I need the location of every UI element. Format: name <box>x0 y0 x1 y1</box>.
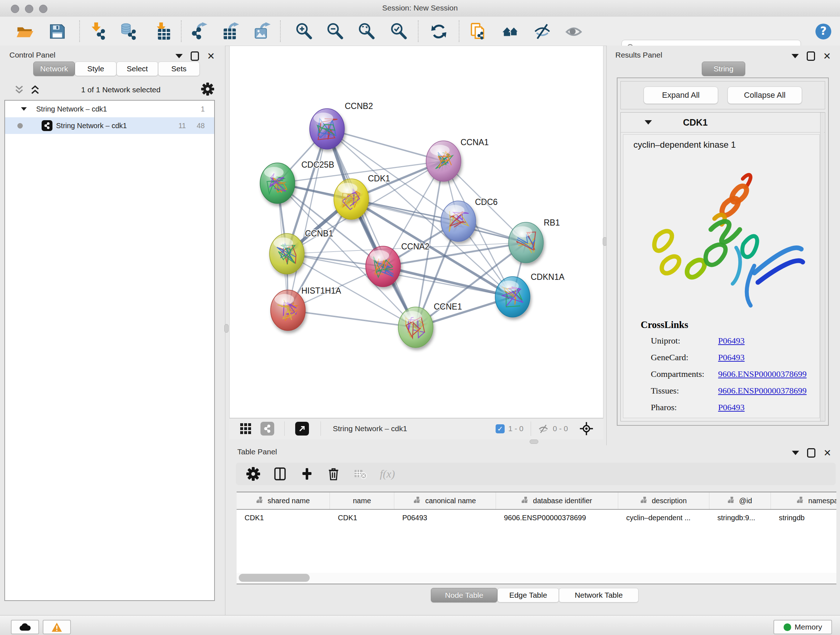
birdseye-view-icon[interactable] <box>579 421 593 436</box>
refresh-icon[interactable] <box>429 22 448 41</box>
cell[interactable]: stringdb:9... <box>709 510 771 526</box>
collection-expand-icon[interactable] <box>21 107 27 111</box>
node-CCNA2[interactable] <box>366 246 401 287</box>
bottom-splitter-handle[interactable] <box>530 440 538 444</box>
zoom-out-icon[interactable] <box>325 22 345 41</box>
delete-table-icon[interactable] <box>353 467 368 481</box>
node-CCNB2[interactable] <box>309 109 344 149</box>
warning-button[interactable] <box>43 620 71 634</box>
memory-button[interactable]: Memory <box>774 620 832 634</box>
collapse-all-chevron-icon[interactable] <box>14 84 25 96</box>
function-builder-icon[interactable]: f(x) <box>380 468 395 480</box>
node-CDK1[interactable] <box>334 179 369 219</box>
network-canvas[interactable]: CCNB2 CCNA1 CDC25B CDK1 CDC6 RB1 <box>229 46 603 418</box>
table-hscrollbar[interactable] <box>237 573 836 583</box>
zoom-selected-icon[interactable] <box>389 22 409 41</box>
show-columns-icon[interactable] <box>273 467 287 481</box>
tab-select[interactable]: Select <box>117 62 158 76</box>
table-options-gear-icon[interactable] <box>246 467 261 481</box>
open-session-icon[interactable] <box>15 22 34 41</box>
node-CDC25B[interactable] <box>260 163 295 203</box>
grid-view-icon[interactable] <box>240 421 252 436</box>
crosslink-link[interactable]: P06493 <box>718 353 745 363</box>
selected-checkbox-icon[interactable]: ✓ <box>496 424 505 433</box>
eye-icon[interactable] <box>564 22 584 41</box>
control-panel-collapse-icon[interactable] <box>175 54 183 58</box>
column-header-id[interactable]: @id <box>709 492 771 509</box>
node-CDC6[interactable] <box>441 201 476 241</box>
cell[interactable]: CDK1 <box>237 510 330 526</box>
section-collapse-icon[interactable] <box>645 120 652 125</box>
node-CCNE1[interactable] <box>398 307 433 348</box>
selected-nodes-indicator[interactable]: ✓ 1 - 0 <box>496 421 523 436</box>
crosslink-link[interactable]: 9606.ENSP00000378699 <box>718 386 807 396</box>
tab-sets[interactable]: Sets <box>158 62 200 76</box>
control-panel-close-icon[interactable]: ✕ <box>207 52 215 60</box>
import-network-file-icon[interactable] <box>88 22 108 41</box>
node-CDKN1A[interactable] <box>495 277 530 317</box>
column-header-databaseidentifier[interactable]: database identifier <box>496 492 618 509</box>
table-panel-float-icon[interactable] <box>807 448 815 458</box>
results-panel-close-icon[interactable]: ✕ <box>823 52 831 60</box>
cell[interactable]: cyclin–dependent ... <box>618 510 709 526</box>
column-header-sharedname[interactable]: shared name <box>237 492 330 509</box>
expand-all-button[interactable]: Expand All <box>644 87 718 104</box>
edge-CCNA2-CDKN1A[interactable] <box>383 266 513 297</box>
left-splitter-handle[interactable] <box>224 324 229 333</box>
tab-edge-table[interactable]: Edge Table <box>497 588 559 602</box>
houses-icon[interactable] <box>501 22 520 41</box>
export-image-icon[interactable] <box>252 22 272 41</box>
collapse-all-button[interactable]: Collapse All <box>728 87 802 104</box>
delete-column-trash-icon[interactable] <box>326 467 341 481</box>
column-header-name[interactable]: name <box>330 492 394 509</box>
column-header-namespace[interactable]: namespace <box>771 492 836 509</box>
export-table-icon[interactable] <box>221 22 240 41</box>
tab-network[interactable]: Network <box>33 62 75 76</box>
edge-CCNE1-HIST1H1A[interactable] <box>288 310 416 327</box>
cell[interactable]: P06493 <box>394 510 496 526</box>
column-header-description[interactable]: description <box>618 492 709 509</box>
zoom-in-icon[interactable] <box>294 22 314 41</box>
control-panel-float-icon[interactable] <box>191 51 199 61</box>
results-scrollbar[interactable] <box>820 112 824 421</box>
hidden-nodes-indicator[interactable]: 0 - 0 <box>538 421 568 436</box>
eye-slash-icon[interactable] <box>532 22 552 41</box>
zoom-fit-icon[interactable] <box>357 22 376 41</box>
cell[interactable]: 9606.ENSP00000378699 <box>496 510 618 526</box>
import-network-database-icon[interactable] <box>118 22 138 41</box>
node-CCNB1[interactable] <box>270 233 304 274</box>
crosslink-link[interactable]: P06493 <box>718 402 745 412</box>
import-table-icon[interactable] <box>152 22 172 41</box>
node-table[interactable]: shared name name canonical name database… <box>237 492 836 584</box>
clone-network-icon[interactable] <box>469 22 488 41</box>
node-HIST1H1A[interactable] <box>271 290 305 331</box>
cloud-button[interactable] <box>11 620 39 634</box>
node-RB1[interactable] <box>508 222 543 263</box>
column-header-canonicalname[interactable]: canonical name <box>394 492 496 509</box>
results-panel-collapse-icon[interactable] <box>791 54 799 58</box>
crosslink-link[interactable]: 9606.ENSP00000378699 <box>718 369 807 379</box>
network-options-gear-icon[interactable] <box>201 82 214 97</box>
add-column-icon[interactable] <box>300 467 314 481</box>
cell[interactable]: CDK1 <box>330 510 394 526</box>
node-CCNA1[interactable] <box>426 141 461 181</box>
export-network-icon[interactable] <box>189 22 208 41</box>
tab-style[interactable]: Style <box>75 62 117 76</box>
table-row[interactable]: CDK1CDK1P064939606.ENSP00000378699cyclin… <box>237 510 836 526</box>
table-panel-collapse-icon[interactable] <box>792 451 799 455</box>
table-panel-close-icon[interactable]: ✕ <box>823 449 831 456</box>
save-session-icon[interactable] <box>47 22 67 41</box>
tab-node-table[interactable]: Node Table <box>431 588 497 602</box>
table-hscrollbar-thumb[interactable] <box>239 574 309 582</box>
expand-all-chevron-icon[interactable] <box>30 84 41 96</box>
network-share-icon[interactable] <box>261 421 274 436</box>
cell[interactable]: stringdb <box>771 510 836 526</box>
network-row[interactable]: String Network – cdk1 11 48 <box>5 117 214 134</box>
node-result-header[interactable]: CDK1 <box>621 112 825 133</box>
help-icon[interactable]: ? <box>813 22 833 41</box>
crosslink-link[interactable]: P06493 <box>718 336 745 346</box>
results-panel-float-icon[interactable] <box>807 51 815 61</box>
network-collection-row[interactable]: String Network – cdk1 1 <box>5 101 214 117</box>
edge-CCNB2-HIST1H1A[interactable] <box>288 129 327 310</box>
tab-string[interactable]: String <box>702 62 745 76</box>
